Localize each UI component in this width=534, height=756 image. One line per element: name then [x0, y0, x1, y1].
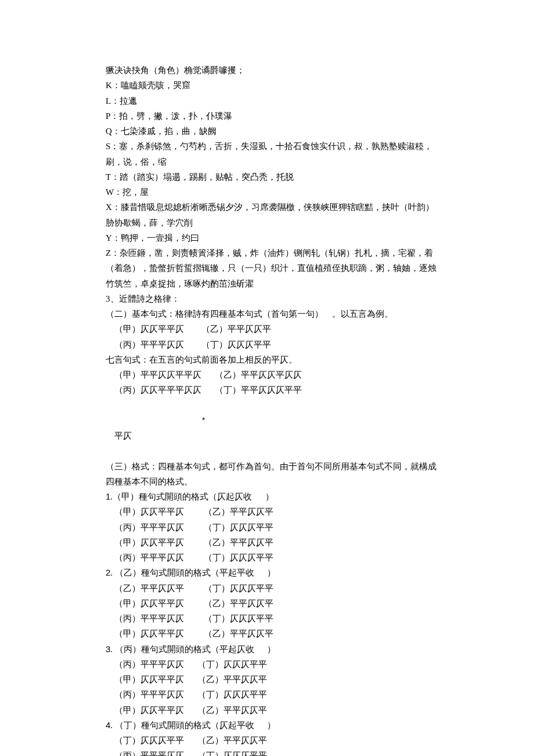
- text-line: Y：鸭押，一壹揖，约曰: [106, 230, 470, 245]
- text-span: . （乙）種句式開頭的格式（平起平收 ）: [110, 568, 276, 577]
- pattern-line: （丙）平平平仄仄 （丁）仄仄仄平平: [106, 611, 470, 626]
- text-line: 竹筑竺，卓桌捉拙，琢啄灼酌茁浊斫濯: [106, 276, 470, 291]
- text-span: . （丙）種句式開頭的格式（平起仄收 ）: [110, 645, 276, 654]
- list-heading: 4. （丁）種句式開頭的格式（仄起平收 ）: [106, 718, 470, 733]
- text-line: K：嗑瞌颏壳咳，哭窟: [106, 78, 470, 93]
- document-page: 獗决诀抉角（角色）桷觉谲爵噱攫； K：嗑瞌颏壳咳，哭窟 L：拉邋 P：拍，劈，撇…: [0, 63, 534, 756]
- pattern-line: （甲）仄仄平平仄 （乙）平平仄仄平: [106, 321, 470, 337]
- text-line: 四種基本不同的格式。: [106, 474, 470, 489]
- pattern-line: （丙）平平平仄仄 （丁）仄仄仄平平: [106, 520, 470, 535]
- pattern-line: （丙）平平平仄仄 （丁）仄仄仄平平: [106, 748, 470, 756]
- asterisk-icon: *: [202, 413, 205, 428]
- list-heading: 1.（甲）種句式開頭的格式（仄起仄收 ）: [106, 489, 470, 504]
- pattern-line: （丙）平平平仄仄 （丁）仄仄仄平平: [106, 550, 470, 565]
- text-span: . （丁）種句式開頭的格式（仄起平收 ）: [110, 721, 276, 730]
- pattern-line: （丁）仄仄仄平平 （乙）平平仄仄平: [106, 733, 470, 748]
- list-heading: 3. （丙）種句式開頭的格式（平起仄收 ）: [106, 642, 470, 657]
- text-span: .（甲）種句式開頭的格式（仄起仄收 ）: [110, 492, 273, 501]
- text-line: 七言句式：在五言的句式前面各加上相反的平仄。: [106, 352, 470, 367]
- pattern-line: （丙）平平平仄仄 （丁）仄仄仄平平: [106, 687, 470, 702]
- text-line: X：膝昔惜吸息熄媳析淅晰悉锡夕汐，习席袭隰檄，侠狭峡匣狎辖瞎黠，挟叶（叶韵）: [106, 200, 470, 215]
- pattern-line: （甲）仄仄平平仄 （乙）平平仄仄平: [106, 596, 470, 611]
- text-line: （二）基本句式：格律詩有四種基本句式（首句第一句） 。以五言為例。: [106, 306, 470, 321]
- pattern-line: （甲）仄仄平平仄 （乙）平平仄仄平: [106, 703, 470, 718]
- text-line: * 平仄: [106, 398, 470, 459]
- text-line: P：拍，劈，撇，泼，扑，仆璞瀑: [106, 108, 470, 124]
- text-line: L：拉邋: [106, 93, 470, 108]
- section-heading: 3、近體詩之格律：: [106, 291, 470, 306]
- text-line: T：踏（踏实）塌遢，踢剔，贴帖，突凸秃，托脱: [106, 169, 470, 185]
- list-heading: 2. （乙）種句式開頭的格式（平起平收 ）: [106, 565, 470, 580]
- pattern-line: （甲）仄仄平平仄 （乙）平平仄仄平: [106, 626, 470, 641]
- text-line: （三）格式：四種基本句式，都可作為首句。由于首句不同所用基本句式不同，就構成: [106, 459, 470, 474]
- text-line: （着急），蛰螫折哲蜇摺辄辙，只（一只）织汁，直值植殖侄执职蹢，粥，轴妯，逐烛: [106, 261, 470, 276]
- pattern-line: （甲）仄仄平平仄 （乙）平平仄仄平: [106, 504, 470, 519]
- text-line: 獗决诀抉角（角色）桷觉谲爵噱攫；: [106, 63, 470, 78]
- pattern-line: （甲）仄仄平平仄 （乙）平平仄仄平: [106, 672, 470, 687]
- text-line: 胁协歇蝎，薛，学穴削: [106, 215, 470, 230]
- text-line: Q：七染漆戚，掐，曲，缺阙: [106, 124, 470, 139]
- text-line: W：挖，屋: [106, 185, 470, 200]
- text-line: Z：杂匝鉔，凿，则责帻簀泽择，贼，炸（油炸）铡闸轧（轧钢）扎札，摘，宅翟，着: [106, 245, 470, 261]
- pattern-line: （甲）平平仄仄平平仄 （乙）平平仄仄平仄仄: [106, 367, 470, 382]
- text-line: 刷，说，俗，缩: [106, 154, 470, 169]
- pattern-line: （丙）平平平仄仄 （丁）仄仄仄平平: [106, 657, 470, 672]
- text-line: S：塞，杀刹铩煞，勺芍杓，舌折，失湿虱，十拾石食蚀实什识，叔，孰熟塾赎淑稑，: [106, 139, 470, 154]
- text-span: 平仄: [114, 431, 132, 440]
- pattern-line: （丙）平平平仄仄 （丁）仄仄仄平平: [106, 337, 470, 352]
- pattern-line: （乙）平平仄仄平 （丁）仄仄仄平平: [106, 581, 470, 596]
- pattern-line: （甲）仄仄平平仄 （乙）平平仄仄平: [106, 535, 470, 550]
- pattern-line: （丙）仄仄平平平仄仄 （丁）平平仄仄仄平平: [106, 382, 470, 397]
